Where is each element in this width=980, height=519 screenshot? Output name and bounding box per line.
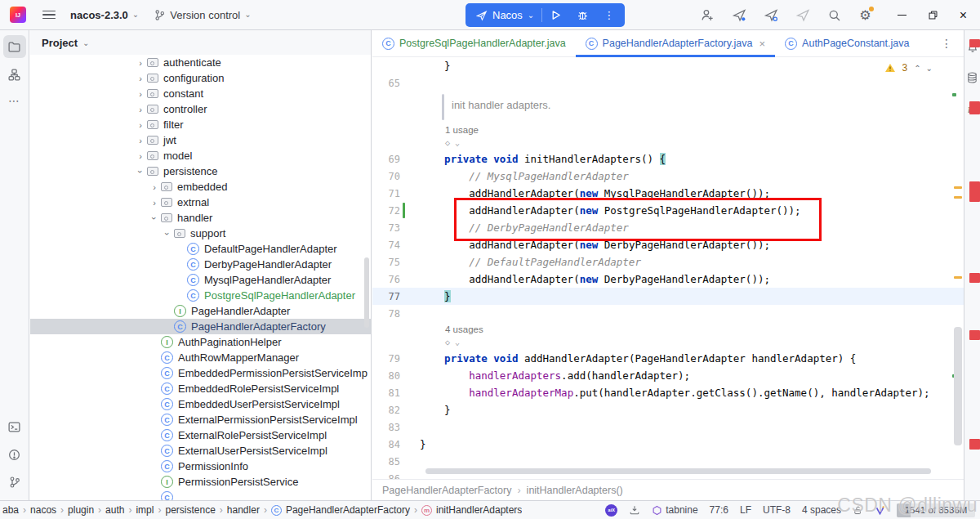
minimize-button[interactable] <box>898 15 906 16</box>
line-number[interactable]: 71 <box>372 188 413 199</box>
run-more-button[interactable]: ⋮ <box>596 3 621 27</box>
status-path-item[interactable]: impl <box>136 504 154 516</box>
project-scrollbar-thumb[interactable] <box>364 257 369 328</box>
code-line-70[interactable]: 70 // MysqlPageHandlerAdapter <box>372 168 964 185</box>
tree-item-DerbyPageHandlerAdapter[interactable]: CDerbyPageHandlerAdapter <box>30 257 371 272</box>
tree-item-embedded[interactable]: embedded <box>30 179 371 195</box>
tree-item-AuthPaginationHelper[interactable]: IAuthPaginationHelper <box>30 334 371 350</box>
code-line-76[interactable]: 76 addHandlerAdapter(new DerbyPageHandle… <box>372 271 964 288</box>
caret-position-widget[interactable]: 77:6 <box>710 504 728 516</box>
line-number[interactable]: 86 <box>372 473 413 480</box>
editor-scrollbar-thumb[interactable] <box>954 327 962 445</box>
line-number[interactable]: 81 <box>372 387 413 399</box>
code-line-83[interactable]: 83 <box>372 418 964 436</box>
tree-item-PermissionPersistService[interactable]: IPermissionPersistService <box>30 474 371 490</box>
line-number[interactable]: 82 <box>372 405 413 416</box>
run-config-selector[interactable]: Nacos ⌄ <box>469 3 541 27</box>
code-line-78[interactable]: 78 <box>372 305 964 322</box>
problems-tool-button[interactable] <box>3 443 26 466</box>
line-number[interactable]: 65 <box>372 78 413 89</box>
code-line-81[interactable]: 81 handlerAdapterMap.put(handlerAdapter.… <box>372 384 964 401</box>
database-tool-button[interactable] <box>966 71 978 84</box>
warning-mark[interactable] <box>954 196 962 199</box>
encoding-widget[interactable]: UTF-8 <box>763 504 791 516</box>
tree-item-AuthRowMapperManager[interactable]: CAuthRowMapperManager <box>30 350 371 365</box>
project-tool-button[interactable] <box>3 35 26 58</box>
tab-list-kebab-icon[interactable]: ⋮ <box>929 37 964 50</box>
code-line-80[interactable]: 80 handlerAdapters.add(handlerAdapter); <box>372 367 964 384</box>
code-editor[interactable]: }65init handler adapters.1 usage◇ ⌄69 pr… <box>372 57 964 479</box>
structure-tool-button[interactable] <box>3 63 26 86</box>
line-number[interactable]: 70 <box>372 171 413 182</box>
close-tab-icon[interactable]: × <box>760 38 766 50</box>
restore-button[interactable] <box>928 10 938 20</box>
install-plugin-button[interactable] <box>629 504 640 516</box>
status-path-item[interactable]: handler <box>227 504 260 516</box>
line-number[interactable]: 85 <box>372 456 413 468</box>
aix-plugin-button[interactable]: aiX <box>605 504 617 517</box>
tree-chevron-icon[interactable] <box>134 105 147 114</box>
tree-item-PermissionInfo[interactable]: CPermissionInfo <box>30 459 371 474</box>
line-number[interactable]: 75 <box>372 257 413 268</box>
vcs-widget[interactable]: Version control ⌄ <box>154 9 251 21</box>
status-path-method[interactable]: initHandlerAdapters <box>436 504 522 516</box>
tree-chevron-icon[interactable] <box>161 229 174 239</box>
tree-item-configuration[interactable]: configuration <box>30 70 371 86</box>
status-path-class[interactable]: PageHandlerAdapterFactory <box>286 504 410 516</box>
close-button[interactable]: × <box>960 9 967 22</box>
tree-item-MysqlPageHandlerAdapter[interactable]: CMysqlPageHandlerAdapter <box>30 272 371 288</box>
deploy-plane-1-button[interactable] <box>733 8 746 22</box>
tree-chevron-icon[interactable] <box>134 58 147 68</box>
code-line-69[interactable]: 69 private void initHandlerAdapters() { <box>372 150 964 168</box>
deploy-plane-2-button[interactable] <box>764 8 778 22</box>
code-line-65[interactable]: 65 <box>372 74 964 92</box>
status-path-item[interactable]: auth <box>105 504 124 516</box>
code-vision-icon[interactable]: ◇ ⌄ <box>372 137 964 150</box>
settings-button[interactable]: ⚙ <box>859 8 871 23</box>
tree-item-authenticate[interactable]: authenticate <box>30 55 371 70</box>
code-line-75[interactable]: 75 // DefaultPageHandlerAdapter <box>372 253 964 271</box>
tree-item-support[interactable]: support <box>30 226 371 241</box>
code-line[interactable]: } <box>372 57 964 74</box>
code-line-79[interactable]: 79 private void addHandlerAdapter(PageHa… <box>372 350 964 367</box>
v-plugin-button[interactable] <box>875 505 885 516</box>
line-number[interactable]: 69 <box>372 154 413 165</box>
tree-item-clipped[interactable]: C <box>30 490 371 500</box>
project-selector[interactable]: nacos-2.3.0 ⌄ <box>70 9 139 21</box>
inspections-widget[interactable]: 3 ⌃⌄ <box>884 62 938 74</box>
tree-item-controller[interactable]: controller <box>30 101 371 117</box>
status-path-item[interactable]: aba <box>2 504 19 516</box>
tree-chevron-icon[interactable] <box>148 182 161 192</box>
horizontal-scrollbar-thumb[interactable] <box>425 468 931 474</box>
warning-mark[interactable] <box>954 276 962 279</box>
tree-item-filter[interactable]: filter <box>30 117 371 132</box>
status-path-item[interactable]: persistence <box>165 504 215 516</box>
tree-item-PostgreSqlPageHandlerAdapter[interactable]: CPostgreSqlPageHandlerAdapter <box>30 288 371 303</box>
tree-chevron-icon[interactable] <box>134 74 147 83</box>
code-line-82[interactable]: 82 } <box>372 401 964 418</box>
tree-chevron-icon[interactable] <box>134 89 147 99</box>
line-number[interactable]: 73 <box>372 222 413 234</box>
usages-inlay-hint[interactable]: 4 usages <box>372 322 964 337</box>
code-line-72[interactable]: 72 addHandlerAdapter(new PostgreSqlPageH… <box>372 202 964 219</box>
tab-pagehandleradapterfactory[interactable]: C PageHandlerAdapterFactory.java × <box>576 30 776 56</box>
tree-item-jwt[interactable]: jwt <box>30 132 371 148</box>
tree-item-persistence[interactable]: persistence <box>30 163 371 179</box>
breadcrumb-method[interactable]: initHandlerAdapters() <box>527 485 623 496</box>
project-panel-header[interactable]: Project ⌄ <box>30 30 371 55</box>
tree-item-PageHandlerAdapter[interactable]: IPageHandlerAdapter <box>30 303 371 319</box>
line-number[interactable]: 77 <box>372 291 413 302</box>
line-number[interactable]: 80 <box>372 370 413 382</box>
tree-item-EmbeddedRolePersistServiceImpl[interactable]: CEmbeddedRolePersistServiceImpl <box>30 381 371 396</box>
tab-postgresqlpagehandleradapter[interactable]: C PostgreSqlPageHandlerAdapter.java <box>372 30 576 56</box>
tree-chevron-icon[interactable] <box>134 167 147 177</box>
tree-item-extrnal[interactable]: extrnal <box>30 195 371 210</box>
tab-authpageconstant[interactable]: C AuthPageConstant.java <box>775 30 919 56</box>
tree-item-ExternalUserPersistServiceImpl[interactable]: CExternalUserPersistServiceImpl <box>30 443 371 459</box>
debug-button[interactable] <box>569 3 596 27</box>
line-number[interactable]: 74 <box>372 239 413 251</box>
code-line-74[interactable]: 74 addHandlerAdapter(new DerbyPageHandle… <box>372 236 964 253</box>
tree-chevron-icon[interactable] <box>134 120 147 130</box>
code-line-71[interactable]: 71 addHandlerAdapter(new MysqlPageHandle… <box>372 185 964 202</box>
prev-next-warning-icons[interactable]: ⌃⌄ <box>914 64 938 73</box>
